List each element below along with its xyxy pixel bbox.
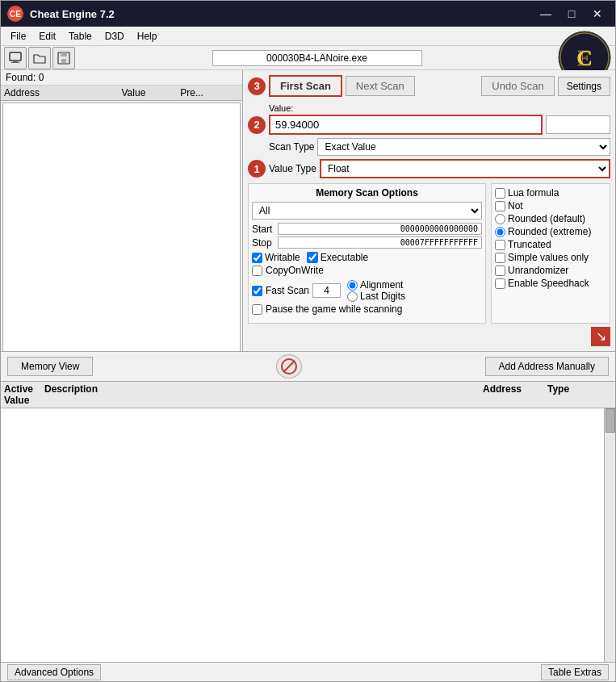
simple-values-text: Simple values only [508,252,589,263]
start-input[interactable] [278,223,482,235]
writable-checkbox[interactable] [252,253,262,263]
scan-type-select[interactable]: Exact Value Bigger than... Smaller than.… [317,138,610,156]
svg-rect-0 [10,52,21,61]
minimize-button[interactable]: — [534,5,557,23]
arrow-corner-button[interactable]: ↘ [591,327,610,346]
bottom-toolbar: Memory View Add Address Manually [1,351,615,382]
toolbar-monitor-button[interactable] [4,47,27,69]
close-button[interactable]: ✕ [586,5,609,23]
not-label[interactable]: Not [495,200,606,211]
copy-on-write-text: CopyOnWrite [266,265,324,276]
address-table-bottom: Active Description Address Type Value [1,382,615,663]
pause-row: Pause the game while scanning [252,303,482,315]
stop-label: Stop [252,237,278,249]
toolbar-folder-button[interactable] [28,47,51,69]
value-type-select[interactable]: Float Byte 2 Bytes 4 Bytes 8 Bytes Doubl… [320,159,610,178]
header-value: Value [4,395,44,406]
memory-scan-options: Memory Scan Options All Heap Stack Start… [248,183,486,324]
maximize-button[interactable]: □ [560,5,583,23]
simple-values-label[interactable]: Simple values only [495,252,606,263]
memory-scan-title: Memory Scan Options [252,187,482,199]
value-input-secondary[interactable] [546,115,610,134]
executable-checkbox[interactable] [307,252,318,263]
settings-button[interactable]: Settings [558,77,610,96]
svg-line-11 [283,361,295,372]
last-digits-text: Last Digits [360,291,405,302]
last-digits-radio[interactable] [347,291,358,302]
writable-executable-row: Writable Executable [252,252,482,263]
svg-rect-4 [61,52,67,56]
table-extras-button[interactable]: Table Extras [541,664,609,680]
title-bar: CE Cheat Engine 7.2 — □ ✕ [1,1,615,27]
header-description: Description [44,383,483,395]
memory-range-select[interactable]: All Heap Stack [252,202,482,220]
value-type-label: Value Type [269,163,316,174]
simple-values-checkbox[interactable] [495,253,505,263]
rounded-default-label[interactable]: Rounded (default) [495,213,606,224]
not-text: Not [508,200,523,211]
add-address-button[interactable]: Add Address Manually [485,357,609,376]
truncated-label[interactable]: Truncated [495,239,606,250]
fast-scan-value-input[interactable] [312,283,341,298]
fast-scan-row: Fast Scan Alignment Last Digits [252,279,482,302]
value-section: Value: 2 [248,103,610,135]
header-address: Address [483,383,547,395]
advanced-options-button[interactable]: Advanced Options [7,664,101,680]
start-row: Start [252,223,482,235]
truncated-checkbox[interactable] [495,240,505,250]
value-input[interactable] [269,115,543,135]
scrollbar-vertical[interactable] [604,408,615,663]
executable-label[interactable]: Executable [307,252,368,263]
process-input[interactable] [212,50,422,66]
unrandomizer-label[interactable]: Unrandomizer [495,265,606,276]
scrollbar-thumb[interactable] [606,408,615,433]
svg-text:E: E [577,45,591,70]
memory-view-button[interactable]: Memory View [7,357,93,376]
stop-input[interactable] [278,236,482,249]
next-scan-button[interactable]: Next Scan [346,76,415,96]
alignment-label[interactable]: Alignment [347,279,405,291]
lua-formula-checkbox[interactable] [495,188,505,199]
header-active: Active [4,383,44,395]
unrandomizer-checkbox[interactable] [495,266,505,276]
left-panel: Found: 0 Address Value Pre... [1,70,243,351]
toolbar-save-button[interactable] [52,47,75,69]
menu-help[interactable]: Help [131,29,164,44]
header-previous: Pre... [180,87,239,98]
rounded-default-radio[interactable] [495,214,505,224]
writable-text: Writable [265,252,300,263]
undo-scan-button[interactable]: Undo Scan [481,76,554,96]
first-scan-button[interactable]: First Scan [269,75,342,97]
truncated-text: Truncated [508,239,551,250]
header-type: Type [547,383,612,395]
window-title: Cheat Engine 7.2 [30,8,534,20]
options-area: Memory Scan Options All Heap Stack Start… [248,183,610,324]
menu-d3d[interactable]: D3D [98,29,131,44]
scan-type-row: Scan Type Exact Value Bigger than... Sma… [269,138,610,156]
fast-scan-checkbox[interactable] [252,286,262,296]
start-label: Start [252,224,278,235]
alignment-radio[interactable] [347,280,358,291]
address-list [2,103,241,351]
pause-checkbox[interactable] [252,304,262,315]
enable-speedhack-checkbox[interactable] [495,278,505,289]
value-input-row: 2 [248,115,610,135]
last-digits-label[interactable]: Last Digits [347,291,405,302]
no-button[interactable] [276,354,302,379]
writable-label[interactable]: Writable [252,252,300,263]
status-bar: Advanced Options Table Extras [1,662,615,681]
menu-table[interactable]: Table [62,29,98,44]
enable-speedhack-label[interactable]: Enable Speedhack [495,278,606,289]
arrow-corner-row: ↘ [248,327,610,346]
menu-edit[interactable]: Edit [32,29,62,44]
rounded-extreme-radio[interactable] [495,227,505,237]
menu-file[interactable]: File [4,29,32,44]
lua-formula-label[interactable]: Lua formula [495,187,606,199]
not-checkbox[interactable] [495,201,505,211]
rounded-extreme-label[interactable]: Rounded (extreme) [495,226,606,237]
svg-rect-5 [61,59,66,63]
window-controls: — □ ✕ [534,5,609,23]
step2-badge: 2 [248,116,266,134]
alignment-text: Alignment [360,279,403,291]
copy-on-write-checkbox[interactable] [252,266,262,276]
